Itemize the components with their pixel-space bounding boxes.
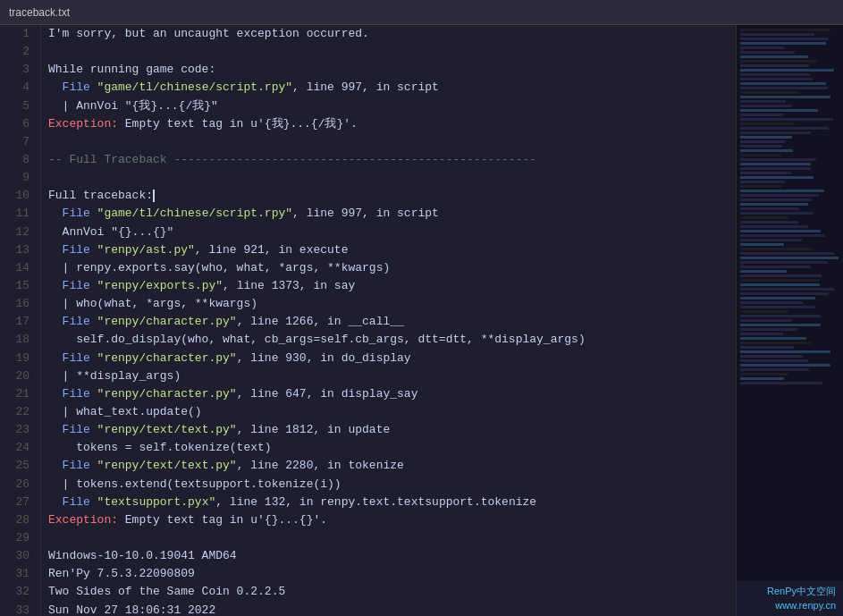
table-row: 22 | what_text.update() (0, 403, 736, 421)
line-number: 23 (0, 421, 40, 439)
line-number: 15 (0, 277, 40, 295)
line-content: Full traceback: (40, 187, 736, 205)
table-row: 28Exception: Empty text tag in u'{}...{}… (0, 511, 736, 529)
line-number: 3 (0, 61, 40, 79)
line-number: 28 (0, 511, 40, 529)
line-content: Windows-10-10.0.19041 AMD64 (40, 547, 736, 565)
table-row: 19 File "renpy/character.py", line 930, … (0, 350, 736, 367)
line-number: 16 (0, 295, 40, 313)
line-content: File "renpy/ast.py", line 921, in execut… (40, 241, 736, 259)
table-row: 9 (0, 169, 736, 187)
line-number: 29 (0, 529, 40, 547)
line-number: 7 (0, 133, 40, 151)
table-row: 32Two Sides of the Same Coin 0.2.2.5 (0, 583, 736, 601)
table-row: 17 File "renpy/character.py", line 1266,… (0, 313, 736, 331)
line-number: 1 (0, 25, 40, 43)
bottom-bar-url: www.renpy.cn (743, 599, 836, 612)
line-content: File "renpy/text/text.py", line 1812, in… (40, 421, 736, 439)
table-row: 11 File "game/tl/chinese/script.rpy", li… (0, 205, 736, 223)
line-number: 25 (0, 457, 40, 475)
table-row: 20 | **display_args) (0, 367, 736, 385)
line-content (40, 133, 736, 151)
line-content: | renpy.exports.say(who, what, *args, **… (40, 259, 736, 277)
line-content: AnnVoi "{}...{}" (40, 224, 736, 241)
table-row: 24 tokens = self.tokenize(text) (0, 439, 736, 457)
line-number: 30 (0, 547, 40, 565)
line-number: 12 (0, 224, 40, 241)
table-row: 1I'm sorry, but an uncaught exception oc… (0, 25, 736, 43)
line-content: | what_text.update() (40, 403, 736, 421)
line-number: 14 (0, 259, 40, 277)
line-number: 11 (0, 205, 40, 223)
line-number: 32 (0, 583, 40, 601)
table-row: 2 (0, 43, 736, 61)
table-row: 4 File "game/tl/chinese/script.rpy", lin… (0, 79, 736, 97)
line-content: Two Sides of the Same Coin 0.2.2.5 (40, 583, 736, 601)
line-content: | who(what, *args, **kwargs) (40, 295, 736, 313)
line-content: Ren'Py 7.5.3.22090809 (40, 565, 736, 583)
line-content: | tokens.extend(textsupport.tokenize(i)) (40, 476, 736, 494)
table-row: 26 | tokens.extend(textsupport.tokenize(… (0, 476, 736, 494)
line-content: Exception: Empty text tag in u'{}...{}'. (40, 511, 736, 529)
line-content: File "game/tl/chinese/script.rpy", line … (40, 205, 736, 223)
table-row: 7 (0, 133, 736, 151)
line-number: 31 (0, 565, 40, 583)
table-row: 25 File "renpy/text/text.py", line 2280,… (0, 457, 736, 475)
line-number: 5 (0, 97, 40, 115)
line-content (40, 169, 736, 187)
line-number: 24 (0, 439, 40, 457)
line-content: Exception: Empty text tag in u'{我}...{/我… (40, 115, 736, 133)
table-row: 6Exception: Empty text tag in u'{我}...{/… (0, 115, 736, 133)
line-number: 18 (0, 331, 40, 349)
line-content: File "renpy/character.py", line 1266, in… (40, 313, 736, 331)
table-row: 12 AnnVoi "{}...{}" (0, 224, 736, 241)
table-row: 29 (0, 529, 736, 547)
line-content: File "renpy/character.py", line 647, in … (40, 385, 736, 403)
line-number: 20 (0, 367, 40, 385)
table-row: 8-- Full Traceback ---------------------… (0, 151, 736, 169)
line-number: 22 (0, 403, 40, 421)
table-row: 18 self.do_display(who, what, cb_args=se… (0, 331, 736, 349)
line-number: 9 (0, 169, 40, 187)
table-row: 10Full traceback: (0, 187, 736, 205)
title-bar-text: traceback.txt (9, 6, 70, 19)
table-row: 31Ren'Py 7.5.3.22090809 (0, 565, 736, 583)
line-number: 19 (0, 350, 40, 367)
table-row: 27 File "textsupport.pyx", line 132, in … (0, 494, 736, 511)
line-content: | AnnVoi "{我}...{/我}" (40, 97, 736, 115)
line-number: 33 (0, 602, 40, 617)
thumbnail-panel: RenPy中文空间 www.renpy.cn (736, 25, 843, 616)
line-content: File "textsupport.pyx", line 132, in ren… (40, 494, 736, 511)
line-number: 27 (0, 494, 40, 511)
line-content (40, 43, 736, 61)
line-content: While running game code: (40, 61, 736, 79)
table-row: 5 | AnnVoi "{我}...{/我}" (0, 97, 736, 115)
table-row: 21 File "renpy/character.py", line 647, … (0, 385, 736, 403)
line-number: 21 (0, 385, 40, 403)
line-number: 17 (0, 313, 40, 331)
line-number: 10 (0, 187, 40, 205)
line-number: 8 (0, 151, 40, 169)
bottom-bar-brand: RenPy中文空间 (743, 585, 836, 598)
table-row: 33Sun Nov 27 18:06:31 2022 (0, 602, 736, 617)
line-number: 26 (0, 476, 40, 494)
line-content: File "renpy/text/text.py", line 2280, in… (40, 457, 736, 475)
table-row: 30Windows-10-10.0.19041 AMD64 (0, 547, 736, 565)
line-content: File "game/tl/chinese/script.rpy", line … (40, 79, 736, 97)
line-content: File "renpy/character.py", line 930, in … (40, 350, 736, 367)
table-row: 15 File "renpy/exports.py", line 1373, i… (0, 277, 736, 295)
line-content: I'm sorry, but an uncaught exception occ… (40, 25, 736, 43)
code-area: 1I'm sorry, but an uncaught exception oc… (0, 25, 736, 616)
bottom-bar: RenPy中文空间 www.renpy.cn (736, 581, 843, 616)
line-content: -- Full Traceback ----------------------… (40, 151, 736, 169)
table-row: 23 File "renpy/text/text.py", line 1812,… (0, 421, 736, 439)
code-table: 1I'm sorry, but an uncaught exception oc… (0, 25, 736, 616)
line-number: 6 (0, 115, 40, 133)
line-content: tokens = self.tokenize(text) (40, 439, 736, 457)
line-content: | **display_args) (40, 367, 736, 385)
table-row: 3While running game code: (0, 61, 736, 79)
line-number: 13 (0, 241, 40, 259)
line-content: Sun Nov 27 18:06:31 2022 (40, 602, 736, 617)
line-content: File "renpy/exports.py", line 1373, in s… (40, 277, 736, 295)
line-number: 4 (0, 79, 40, 97)
